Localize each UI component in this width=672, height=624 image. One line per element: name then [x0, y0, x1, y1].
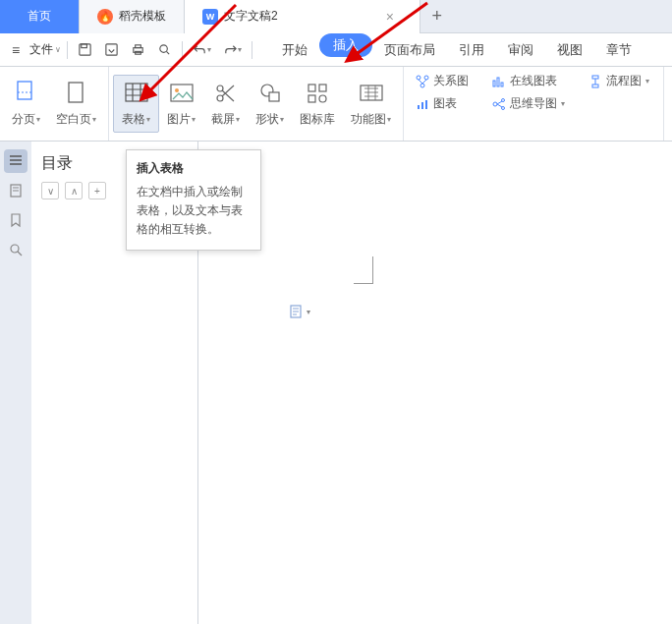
home-tab-label: 首页 — [28, 8, 51, 25]
svg-rect-20 — [361, 85, 382, 100]
svg-rect-28 — [497, 78, 499, 86]
chevron-down-icon: ▾ — [207, 45, 211, 54]
outline-add-icon[interactable]: + — [88, 182, 106, 199]
svg-rect-26 — [425, 100, 427, 109]
chevron-down-icon: ▾ — [307, 308, 310, 316]
svg-point-22 — [424, 76, 428, 80]
mindmap-button[interactable]: 思维导图▾ — [488, 93, 569, 114]
flowchart-button[interactable]: 流程图▾ — [585, 71, 653, 91]
ribbon-tabs: 开始 插入 页面布局 引用 审阅 视图 章节 — [270, 33, 644, 67]
ribbon-group-diagrams: 在线图表 思维导图▾ — [480, 67, 577, 141]
funcchart-button[interactable]: 功能图▾ — [343, 76, 399, 132]
svg-rect-7 — [18, 82, 31, 99]
print-preview-icon[interactable] — [151, 42, 178, 57]
svg-rect-27 — [493, 81, 495, 86]
ribbon: 分页▾ 空白页▾ 表格▾ 图片▾ 截屏▾ 形状▾ 图标库 功能图▾ — [0, 67, 672, 142]
relation-chart-button[interactable]: 关系图 — [412, 71, 473, 91]
workspace: 目录 ∨ ∧ + ▾ — [0, 142, 672, 624]
page-break-button[interactable]: 分页▾ — [4, 76, 48, 132]
tab-chapter[interactable]: 章节 — [594, 33, 644, 67]
ribbon-group-page: 分页▾ 空白页▾ — [0, 67, 109, 141]
chevron-down-icon: ▾ — [238, 45, 242, 54]
redo-icon[interactable]: ▾ — [217, 42, 248, 57]
svg-rect-1 — [82, 44, 87, 48]
table-icon — [124, 80, 149, 107]
svg-rect-33 — [592, 76, 598, 79]
template-tab[interactable]: 🔥 稻壳模板 — [80, 0, 185, 33]
chevron-down-icon: ▾ — [280, 115, 284, 124]
chevron-down-icon: ▾ — [192, 115, 196, 124]
chevron-down-icon: ▾ — [387, 115, 391, 124]
tooltip-body: 在文档中插入或绘制表格，以及文本与表格的相互转换。 — [137, 183, 251, 240]
undo-icon[interactable]: ▾ — [187, 42, 217, 57]
svg-rect-18 — [308, 95, 315, 102]
tab-layout[interactable]: 页面布局 — [372, 33, 447, 67]
outline-rail-icon[interactable] — [4, 149, 28, 173]
search-rail-icon[interactable] — [4, 238, 28, 261]
tab-close-icon[interactable]: × — [378, 9, 402, 25]
picture-icon — [169, 80, 195, 107]
ribbon-group-charts: 关系图 图表 — [404, 67, 480, 141]
svg-point-6 — [160, 45, 168, 53]
online-chart-button[interactable]: 在线图表 — [488, 71, 569, 91]
svg-rect-4 — [136, 45, 141, 48]
iconlib-icon — [306, 80, 329, 107]
svg-rect-2 — [106, 44, 117, 55]
chevron-down-icon: ▾ — [36, 115, 40, 124]
save-icon[interactable] — [72, 42, 98, 57]
svg-point-19 — [319, 95, 326, 102]
tab-review[interactable]: 审阅 — [496, 33, 545, 67]
document-tab-label: 文字文稿2 — [224, 8, 278, 25]
file-menu-label: 文件 — [29, 41, 53, 58]
tab-reference[interactable]: 引用 — [447, 33, 496, 67]
document-canvas[interactable]: ▾ — [198, 142, 672, 624]
page-break-icon — [16, 80, 37, 107]
svg-point-21 — [417, 76, 420, 80]
scissors-icon — [214, 80, 238, 107]
svg-rect-9 — [126, 84, 147, 101]
header-button[interactable]: 页眉 — [668, 76, 672, 132]
tooltip-title: 插入表格 — [137, 160, 251, 177]
shape-button[interactable]: 形状▾ — [248, 76, 292, 132]
document-tab[interactable]: W 文字文稿2 × — [185, 0, 420, 33]
page-rail-icon[interactable] — [4, 179, 28, 202]
divider — [252, 41, 252, 59]
tab-view[interactable]: 视图 — [545, 33, 594, 67]
screenshot-button[interactable]: 截屏▾ — [203, 76, 248, 132]
menu-bar: ≡ 文件∨ ▾ ▾ 开始 插入 页面布局 引用 审阅 视图 章节 — [0, 33, 672, 67]
svg-rect-8 — [69, 83, 83, 102]
tab-start[interactable]: 开始 — [270, 33, 319, 67]
iconlib-button[interactable]: 图标库 — [292, 76, 343, 132]
ribbon-group-flow: 流程图▾ — [577, 67, 664, 141]
divider — [182, 41, 183, 59]
bookmark-rail-icon[interactable] — [4, 208, 28, 232]
new-tab-button[interactable]: + — [420, 6, 454, 27]
ribbon-group-header: 页眉 — [664, 67, 672, 141]
svg-point-38 — [11, 245, 19, 253]
chevron-down-icon: ▾ — [645, 77, 649, 85]
chevron-down-icon: ▾ — [146, 115, 150, 124]
save-as-icon[interactable] — [98, 42, 125, 57]
wps-chart-button[interactable]: 图表 — [412, 93, 473, 114]
sidebar-rail — [0, 142, 31, 624]
ribbon-group-objects: 表格▾ 图片▾ 截屏▾ 形状▾ 图标库 功能图▾ — [109, 67, 404, 141]
outline-collapse-icon[interactable]: ∨ — [41, 182, 59, 199]
doc-icon: W — [202, 9, 218, 25]
float-paste-action[interactable]: ▾ — [289, 304, 310, 319]
blank-page-button[interactable]: 空白页▾ — [48, 76, 104, 132]
table-button[interactable]: 表格▾ — [113, 75, 159, 133]
print-icon[interactable] — [125, 42, 151, 57]
svg-point-11 — [175, 88, 179, 92]
file-menu[interactable]: 文件∨ — [28, 41, 63, 58]
svg-rect-24 — [418, 105, 420, 109]
svg-rect-15 — [269, 92, 279, 101]
home-tab[interactable]: 首页 — [0, 0, 80, 33]
svg-point-30 — [493, 102, 497, 106]
tab-insert[interactable]: 插入 — [319, 33, 372, 57]
svg-rect-16 — [308, 85, 315, 91]
app-menu-icon[interactable]: ≡ — [4, 42, 28, 58]
picture-button[interactable]: 图片▾ — [159, 76, 203, 132]
svg-rect-34 — [592, 85, 598, 87]
cursor-mark — [354, 256, 373, 284]
outline-expand-icon[interactable]: ∧ — [65, 182, 83, 199]
